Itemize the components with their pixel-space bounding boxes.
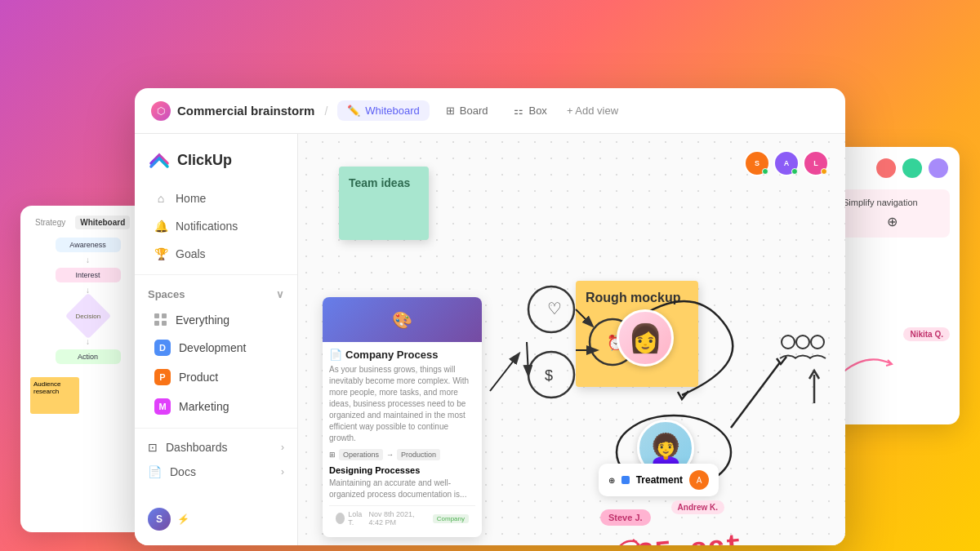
product-badge: P — [154, 369, 171, 385]
app-header: ⬡ Commercial brainstorm / ✏️ Whiteboard … — [135, 88, 845, 134]
docs-label: Docs — [170, 465, 196, 478]
flow-diamond: Decision — [65, 293, 111, 340]
logo-text: ClickUp — [177, 152, 232, 169]
home-label: Home — [176, 192, 206, 205]
svg-point-2 — [528, 287, 574, 332]
flow-decision: Decision — [75, 313, 100, 320]
avatar-3: L — [803, 150, 829, 176]
svg-point-10 — [796, 335, 809, 349]
nav-dashboards[interactable]: ⊡ Dashboards › — [135, 435, 297, 460]
nav-marketing[interactable]: M Marketing — [141, 393, 291, 420]
author-name: Lola T. — [348, 510, 365, 527]
status-dot-1 — [762, 168, 768, 175]
development-label: Development — [179, 341, 247, 354]
whiteboard-icon: ✏️ — [347, 104, 360, 117]
notifications-label: Notifications — [176, 220, 238, 233]
right-avatar-2 — [901, 157, 924, 180]
post-date: Nov 8th 2021, 4:42 PM — [369, 510, 430, 527]
nikita-badge-bg: Nikita Q. — [903, 327, 950, 341]
svg-text:$: $ — [545, 367, 553, 384]
goals-icon: 🏆 — [154, 247, 167, 260]
audience-sticky-text: Audience research — [33, 380, 60, 395]
right-avatar-3 — [927, 157, 950, 180]
sidebar-divider — [135, 274, 297, 275]
flow-arrow-3: ↓ — [30, 337, 145, 346]
cursor-crosshair: ⊕ — [843, 214, 942, 229]
avatar-1-initial: S — [755, 159, 760, 167]
process-card-desc: As your business grows, things will inev… — [329, 364, 475, 444]
app-window: ⬡ Commercial brainstorm / ✏️ Whiteboard … — [135, 88, 845, 545]
tab-whiteboard[interactable]: ✏️ Whiteboard — [337, 100, 429, 121]
home-icon: ⌂ — [154, 192, 167, 205]
nav-docs[interactable]: 📄 Docs › — [135, 460, 297, 484]
avatar-2-initial: A — [784, 159, 790, 167]
project-icon: ⬡ — [151, 101, 171, 121]
svg-point-9 — [782, 335, 795, 349]
user-section: S ⚡ — [135, 500, 297, 539]
right-avatar-1 — [875, 157, 898, 180]
sticky-yellow-text: Rough mockup — [586, 291, 680, 304]
process-card-image: 🎨 — [323, 297, 482, 342]
strategy-tab[interactable]: Strategy — [30, 216, 70, 229]
flow-section1: Operations — [339, 449, 383, 460]
avatar-3-initial: L — [813, 159, 818, 167]
treatment-badge: ⊕ Treatment A — [599, 464, 719, 496]
move-icon: ⊕ — [608, 476, 615, 485]
nav-goals[interactable]: 🏆 Goals — [141, 241, 291, 267]
sticky-note-team-ideas[interactable]: Team ideas — [339, 167, 429, 240]
audience-sticky: Audience research — [30, 377, 79, 414]
nav-everything[interactable]: Everything — [141, 308, 291, 332]
dashboards-label: Dashboards — [166, 441, 228, 454]
steve-badge: Steve J. — [600, 509, 651, 526]
process-flow: ⊞ Operations → Production — [329, 449, 475, 460]
bg-card-tabs: Strategy Whiteboard — [30, 216, 145, 229]
docs-icon: 📄 — [148, 465, 162, 478]
company-tag: Company — [433, 514, 469, 523]
goals-label: Goals — [176, 247, 206, 260]
box-label: Box — [528, 104, 546, 117]
product-label: Product — [179, 371, 218, 384]
tab-box[interactable]: ⚏ Box — [504, 100, 556, 121]
whiteboard-canvas[interactable]: S A L Team ideas Rough mockup — [298, 134, 845, 545]
right-avatars — [835, 157, 950, 180]
andrew-text: Andrew K. — [678, 503, 718, 512]
svg-point-11 — [811, 335, 824, 349]
date-handwritten: 25 oct — [635, 529, 744, 545]
header-separator: / — [324, 104, 327, 118]
clickup-logo-icon — [148, 149, 171, 171]
author-avatar — [336, 513, 345, 524]
dev-badge: D — [154, 340, 171, 356]
nav-development[interactable]: D Development — [141, 334, 291, 362]
status-dot-2 — [791, 168, 798, 175]
treatment-avatar: A — [689, 470, 709, 490]
dashboards-icon: ⊡ — [148, 441, 158, 454]
grid-icon-sm: ⊞ — [329, 451, 336, 459]
svg-text:♡: ♡ — [547, 300, 562, 318]
bell-icon: 🔔 — [154, 220, 167, 233]
flow-section2: Production — [397, 449, 440, 460]
face-photo-woman-standing: 👩 — [617, 309, 674, 367]
chevron-icon: ∨ — [276, 288, 284, 300]
docs-chevron: › — [281, 466, 284, 478]
process-card-title: 📄 Company Process — [329, 349, 475, 361]
andrew-badge: Andrew K. — [671, 500, 724, 514]
simplify-card: Simplify navigation ⊕ — [835, 189, 950, 238]
sidebar: ClickUp ⌂ Home 🔔 Notifications 🏆 Goals S… — [135, 134, 298, 545]
svg-point-6 — [528, 352, 574, 398]
tab-board[interactable]: ⊞ Board — [436, 100, 498, 121]
nav-home[interactable]: ⌂ Home — [141, 185, 291, 211]
project-title: Commercial brainstorm — [177, 104, 314, 118]
whiteboard-tab-bg[interactable]: Whiteboard — [75, 216, 130, 229]
user-status-icon: ⚡ — [177, 513, 189, 525]
sidebar-divider-2 — [135, 428, 297, 429]
process-card-footer: Lola T. Nov 8th 2021, 4:42 PM Company — [329, 505, 475, 531]
status-dot-3 — [821, 168, 827, 175]
nav-notifications[interactable]: 🔔 Notifications — [141, 213, 291, 239]
process-card[interactable]: 🎨 📄 Company Process As your business gro… — [323, 297, 482, 537]
add-view-button[interactable]: + Add view — [567, 104, 618, 117]
user-avatar[interactable]: S — [148, 508, 171, 531]
process-subtitle: Designing Processes — [329, 465, 475, 475]
marketing-label: Marketing — [179, 400, 229, 413]
whiteboard-label: Whiteboard — [365, 104, 419, 117]
nav-product[interactable]: P Product — [141, 363, 291, 391]
